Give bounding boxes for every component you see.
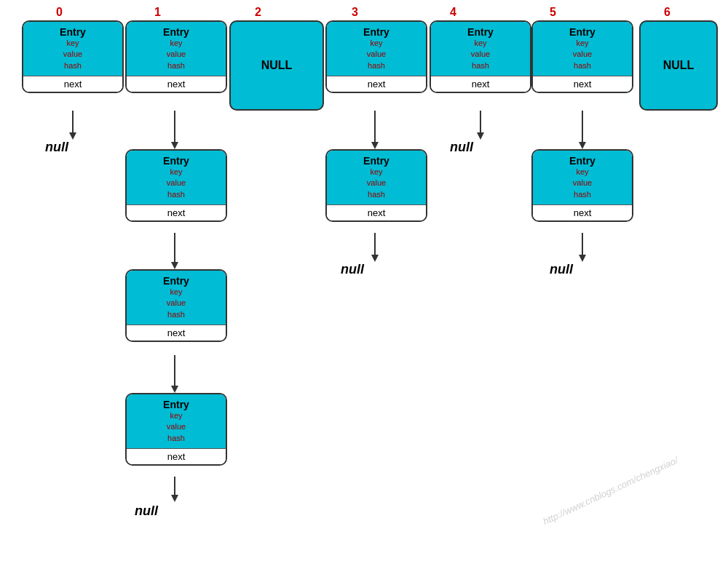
svg-marker-9 xyxy=(579,142,586,149)
diagram: 0 1 2 3 4 5 6 Entry keyvaluehash next En… xyxy=(0,0,728,569)
entry-row1-5: Entry keyvaluehash next xyxy=(531,20,633,93)
index-2: 2 xyxy=(255,6,261,19)
null-row1-2: NULL xyxy=(229,20,324,111)
entry-top: Entry keyvaluehash xyxy=(327,22,426,76)
null-text-bottom: null xyxy=(135,504,158,519)
entry-chain2-1: Entry keyvaluehash next xyxy=(125,269,227,342)
svg-marker-7 xyxy=(477,132,484,140)
svg-marker-5 xyxy=(371,142,379,149)
entry-chain1-5: Entry keyvaluehash next xyxy=(531,149,633,222)
watermark: http://www.cnblogs.com/chengxiao/ xyxy=(541,455,679,527)
null-text-3: null xyxy=(341,262,364,277)
svg-marker-17 xyxy=(171,386,178,393)
index-4: 4 xyxy=(450,6,456,19)
entry-top: Entry keyvaluehash xyxy=(431,22,530,76)
entry-top: Entry keyvaluehash xyxy=(127,22,226,76)
entry-top: Entry keyvaluehash xyxy=(127,271,226,325)
entry-top: Entry keyvaluehash xyxy=(127,394,226,448)
null-row1-6: NULL xyxy=(639,20,718,111)
entry-chain3-1: Entry keyvaluehash next xyxy=(125,393,227,466)
null-text-0: null xyxy=(45,140,68,155)
svg-marker-15 xyxy=(579,255,586,262)
svg-marker-11 xyxy=(171,262,178,269)
entry-top: Entry keyvaluehash xyxy=(327,151,426,204)
svg-marker-1 xyxy=(69,132,76,140)
entry-chain1-3: Entry keyvaluehash next xyxy=(325,149,427,222)
entry-row1-3: Entry keyvaluehash next xyxy=(325,20,427,93)
svg-marker-3 xyxy=(171,142,178,149)
entry-top: Entry keyvaluehash xyxy=(23,22,122,76)
entry-row1-1: Entry keyvaluehash next xyxy=(125,20,227,93)
svg-marker-13 xyxy=(371,255,379,262)
index-6: 6 xyxy=(664,6,670,19)
entry-top: Entry keyvaluehash xyxy=(127,151,226,204)
entry-chain1-1: Entry keyvaluehash next xyxy=(125,149,227,222)
null-text-5-chain: null xyxy=(550,262,573,277)
entry-top: Entry keyvaluehash xyxy=(533,151,632,204)
index-1: 1 xyxy=(154,6,161,19)
entry-row1-0: Entry keyvaluehash next xyxy=(22,20,124,93)
entry-top: Entry keyvaluehash xyxy=(533,22,632,76)
null-text-4: null xyxy=(450,140,473,155)
svg-marker-19 xyxy=(171,495,178,502)
index-0: 0 xyxy=(56,6,63,19)
index-5: 5 xyxy=(550,6,556,19)
entry-row1-4: Entry keyvaluehash next xyxy=(430,20,531,93)
index-3: 3 xyxy=(352,6,358,19)
